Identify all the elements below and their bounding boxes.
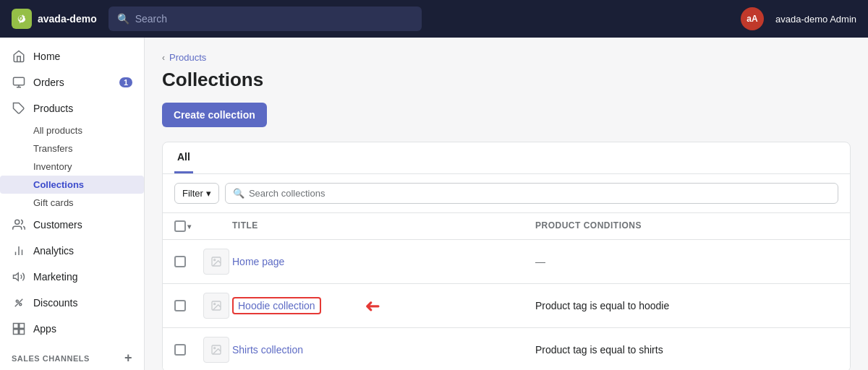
filter-bar: Filter ▾ 🔍 (163, 174, 850, 213)
sidebar-sub-transfers[interactable]: Transfers (0, 139, 144, 158)
row-image-hoodie (203, 293, 229, 319)
filter-dropdown-icon: ▾ (206, 188, 211, 199)
checkbox-all[interactable] (174, 220, 186, 232)
discounts-icon (12, 296, 26, 310)
col-title: Title (232, 220, 535, 232)
collections-card: All Filter ▾ 🔍 ▾ (162, 142, 851, 370)
sidebar-label-orders: Orders (33, 77, 64, 88)
page-title: Collections (162, 69, 851, 91)
sidebar-item-customers[interactable]: Customers (0, 212, 144, 238)
red-arrow-annotation: ➜ (365, 295, 380, 317)
row-conditions-shirts: Product tag is equal to shirts (535, 344, 838, 356)
create-collection-button[interactable]: Create collection (162, 103, 267, 127)
user-name: avada-demo Admin (775, 14, 856, 25)
table-row: Hoodie collection ➜ Product tag is equal… (163, 284, 850, 328)
orders-badge: 1 (119, 77, 132, 87)
search-collections-input[interactable] (249, 188, 830, 199)
row-conditions-hoodie: Product tag is equal to hoodie (535, 300, 838, 311)
svg-point-19 (214, 304, 216, 305)
tabs-bar: All (163, 142, 850, 174)
top-nav: avada-demo 🔍 aA avada-demo Admin (0, 0, 868, 38)
sidebar-item-discounts[interactable]: Discounts (0, 290, 144, 316)
table-header: ▾ Title Product conditions (163, 213, 850, 240)
sidebar-label-home: Home (33, 51, 60, 62)
sales-channels-title: SALES CHANNELS + (0, 342, 144, 369)
layout: Home Orders 1 Products All products Tran… (0, 38, 868, 370)
sidebar-sub-gift-cards[interactable]: Gift cards (0, 194, 144, 212)
products-icon (12, 101, 26, 116)
row-checkbox-shirts[interactable] (174, 344, 203, 356)
col-conditions: Product conditions (535, 220, 838, 232)
svg-point-4 (15, 220, 20, 224)
sidebar-item-orders[interactable]: Orders 1 (0, 69, 144, 95)
global-search[interactable]: 🔍 (109, 7, 422, 31)
select-all-checkbox[interactable]: ▾ (174, 220, 203, 232)
apps-icon (12, 322, 26, 336)
collection-link-hoodie[interactable]: Hoodie collection (232, 297, 321, 314)
svg-point-9 (16, 300, 18, 302)
search-icon: 🔍 (117, 13, 129, 25)
svg-rect-13 (20, 324, 25, 329)
breadcrumb-label: Products (169, 52, 206, 63)
col-image (203, 220, 232, 232)
home-icon (12, 49, 26, 64)
filter-button[interactable]: Filter ▾ (174, 183, 219, 204)
sidebar-item-marketing[interactable]: Marketing (0, 264, 144, 290)
sidebar-label-discounts: Discounts (33, 297, 77, 309)
sidebar-item-products[interactable]: Products (0, 95, 144, 121)
sidebar-label-customers: Customers (33, 219, 82, 231)
sidebar-label-marketing: Marketing (33, 271, 77, 283)
search-collections-icon: 🔍 (233, 188, 244, 199)
sidebar-sub-all-products[interactable]: All products (0, 121, 144, 139)
table-row: Home page — (163, 240, 850, 284)
sidebar-item-apps[interactable]: Apps (0, 316, 144, 342)
analytics-icon (12, 244, 26, 258)
orders-icon (12, 75, 26, 90)
filter-label: Filter (182, 188, 203, 199)
sidebar-label-analytics: Analytics (33, 245, 74, 257)
brand-name: avada-demo (38, 13, 97, 25)
row-conditions-home: — (535, 256, 838, 267)
svg-rect-12 (14, 324, 19, 329)
search-collections-input-wrapper[interactable]: 🔍 (225, 183, 838, 204)
collection-link-shirts[interactable]: Shirts collection (232, 344, 303, 356)
svg-point-17 (214, 259, 216, 261)
customers-icon (12, 218, 26, 232)
sidebar-label-products: Products (33, 103, 73, 114)
row-title-home[interactable]: Home page (232, 256, 535, 267)
breadcrumb-arrow: ‹ (162, 53, 165, 63)
sidebar: Home Orders 1 Products All products Tran… (0, 38, 145, 370)
svg-point-21 (214, 348, 216, 349)
select-dropdown-icon[interactable]: ▾ (187, 223, 192, 231)
add-sales-channel-icon[interactable]: + (124, 350, 132, 366)
marketing-icon (12, 270, 26, 284)
sidebar-sub-collections[interactable]: Collections (0, 176, 144, 194)
sidebar-sub-inventory[interactable]: Inventory (0, 158, 144, 176)
svg-rect-0 (14, 77, 25, 85)
table-row: Shirts collection Product tag is equal t… (163, 328, 850, 370)
collection-link-home[interactable]: Home page (232, 256, 284, 267)
shopify-icon (12, 9, 32, 29)
sidebar-item-analytics[interactable]: Analytics (0, 238, 144, 264)
row-checkbox-home[interactable] (174, 256, 203, 267)
row-title-hoodie[interactable]: Hoodie collection ➜ (232, 295, 535, 317)
sidebar-label-apps: Apps (33, 323, 56, 335)
svg-point-10 (20, 304, 22, 306)
brand[interactable]: avada-demo (12, 9, 97, 29)
search-input[interactable] (135, 13, 413, 25)
svg-marker-8 (14, 273, 19, 281)
svg-rect-14 (14, 330, 19, 335)
row-checkbox-hoodie[interactable] (174, 300, 203, 311)
avatar[interactable]: aA (741, 7, 764, 30)
row-title-shirts[interactable]: Shirts collection (232, 344, 535, 356)
svg-rect-15 (20, 330, 25, 335)
main-content: ‹ Products Collections Create collection… (145, 38, 868, 370)
tab-all[interactable]: All (174, 142, 193, 173)
sidebar-item-home[interactable]: Home (0, 43, 144, 69)
col-select: ▾ (174, 220, 203, 232)
row-image-home (203, 249, 229, 275)
row-image-shirts (203, 337, 229, 363)
breadcrumb[interactable]: ‹ Products (162, 52, 851, 63)
